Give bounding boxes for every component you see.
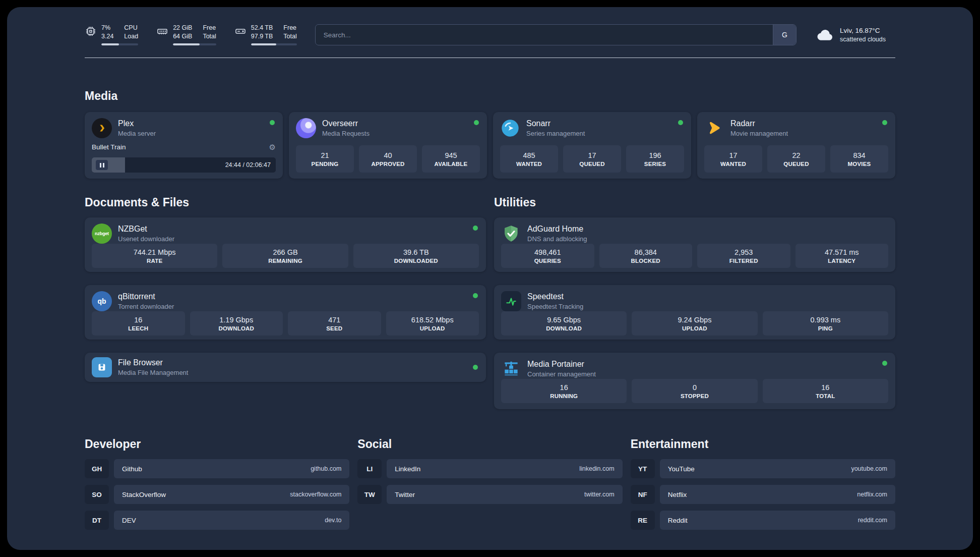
stat-label: DOWNLOADED xyxy=(356,258,476,264)
stat-value: 0 xyxy=(635,383,754,392)
stat-label: LEECH xyxy=(95,325,182,331)
disk-usage-bar xyxy=(251,43,297,45)
adguard-card[interactable]: AdGuard Home DNS and adblocking 498,461Q… xyxy=(494,217,895,272)
settings-gear-icon[interactable]: ⚙ xyxy=(269,143,276,151)
stat-tile: 86,384BLOCKED xyxy=(599,244,693,268)
stat-tile: 22QUEUED xyxy=(767,145,825,173)
stat-value: 21 xyxy=(299,151,351,159)
system-stats: 7% 3.24 CPU Load 22 GiB xyxy=(85,24,297,45)
app-subtitle: Speedtest Tracking xyxy=(527,303,583,310)
stat-value: 498,461 xyxy=(504,248,591,256)
stat-tile: 9.65 GbpsDOWNLOAD xyxy=(501,311,627,336)
search-engine-button[interactable]: G xyxy=(773,25,796,45)
stat-label: RUNNING xyxy=(504,393,624,399)
stat-label: WANTED xyxy=(707,161,759,167)
stat-tile: 17QUEUED xyxy=(563,145,621,173)
status-indicator xyxy=(270,120,275,125)
bookmark-url: netflix.com xyxy=(857,491,887,498)
sonarr-card[interactable]: Sonarr Series management 485WANTED 17QUE… xyxy=(493,112,691,179)
stat-tile: 21PENDING xyxy=(296,145,354,173)
section-title-social: Social xyxy=(357,437,622,451)
cloud-icon xyxy=(815,25,835,45)
radarr-card[interactable]: Radarr Movie management 17WANTED 22QUEUE… xyxy=(697,112,895,179)
stat-tile: 2,953FILTERED xyxy=(697,244,790,268)
stat-value: 17 xyxy=(566,151,618,159)
cpu-usage-bar xyxy=(101,43,138,45)
stat-tile: 17WANTED xyxy=(704,145,762,173)
stat-label: UPLOAD xyxy=(635,325,754,331)
stat-label: FILTERED xyxy=(700,258,787,264)
nzbget-icon: nzbget xyxy=(92,224,112,244)
adguard-icon xyxy=(501,224,521,244)
stat-label: QUEUED xyxy=(566,161,618,167)
stat-value: 834 xyxy=(833,151,885,159)
app-title: AdGuard Home xyxy=(527,225,587,234)
bookmark-url: twitter.com xyxy=(584,491,615,498)
app-subtitle: Media File Management xyxy=(118,369,188,376)
stat-label: STOPPED xyxy=(635,393,754,399)
bookmark-github[interactable]: GH Githubgithub.com xyxy=(85,459,349,478)
bookmark-youtube[interactable]: YT YouTubeyoutube.com xyxy=(631,459,895,478)
bookmark-abbr: TW xyxy=(357,485,382,504)
radarr-icon xyxy=(704,118,724,138)
qbittorrent-card[interactable]: qb qBittorrent Torrent downloader 16LEEC… xyxy=(85,285,486,340)
portainer-card[interactable]: Media Portainer Container management 16R… xyxy=(494,353,895,409)
bookmark-name: Reddit xyxy=(668,517,688,524)
bookmark-dev[interactable]: DT DEVdev.to xyxy=(85,511,349,530)
section-media: Media Plex Media server Bullet Train ⚙ xyxy=(85,89,895,179)
bookmark-url: reddit.com xyxy=(858,517,887,524)
search-bar: G xyxy=(315,24,797,45)
status-indicator xyxy=(882,361,887,366)
bookmark-abbr: RE xyxy=(631,511,655,530)
qbittorrent-icon-text: qb xyxy=(97,297,106,305)
stat-label: RATE xyxy=(95,258,214,264)
app-subtitle: Series management xyxy=(526,130,585,137)
bookmark-abbr: YT xyxy=(631,459,655,478)
app-title: File Browser xyxy=(118,358,188,367)
stat-value: 47.571 ms xyxy=(799,248,886,256)
overseerr-card[interactable]: Overseerr Media Requests 21PENDING 40APP… xyxy=(289,112,487,179)
stat-tile: 16LEECH xyxy=(92,311,185,336)
plex-card[interactable]: Plex Media server Bullet Train ⚙ 24:44 /… xyxy=(85,112,283,179)
playback-progress-bar[interactable]: 24:44 / 02:06:47 xyxy=(92,157,276,173)
stat-tile: 485WANTED xyxy=(500,145,558,173)
section-title-documents: Documents & Files xyxy=(85,196,486,209)
bookmark-linkedin[interactable]: LI LinkedInlinkedin.com xyxy=(357,459,622,478)
bookmark-name: DEV xyxy=(122,517,136,524)
bookmark-reddit[interactable]: RE Redditreddit.com xyxy=(631,511,895,530)
stat-label: REMAINING xyxy=(225,258,345,264)
stat-label: QUERIES xyxy=(504,258,591,264)
plex-icon xyxy=(92,118,112,138)
stat-label: PING xyxy=(766,325,885,331)
app-subtitle: Movie management xyxy=(730,130,788,137)
weather-condition: scattered clouds xyxy=(840,36,886,43)
weather-location: Lviv, 16.87°C xyxy=(840,27,886,34)
bookmark-url: stackoverflow.com xyxy=(290,491,341,498)
nzbget-icon-text: nzbget xyxy=(95,231,109,236)
stat-value: 22 xyxy=(770,151,822,159)
filebrowser-card[interactable]: File Browser Media File Management xyxy=(85,353,486,382)
app-subtitle: Torrent downloader xyxy=(118,303,174,310)
overseerr-icon xyxy=(296,118,316,138)
disk-icon xyxy=(234,25,247,37)
bookmark-netflix[interactable]: NF Netflixnetflix.com xyxy=(631,485,895,504)
pause-button[interactable] xyxy=(96,160,108,170)
stat-tile: 945AVAILABLE xyxy=(422,145,480,173)
nzbget-card[interactable]: nzbget NZBGet Usenet downloader 744.21 M… xyxy=(85,217,486,272)
bookmark-twitter[interactable]: TW Twittertwitter.com xyxy=(357,485,622,504)
search-input[interactable] xyxy=(316,25,773,45)
disk-total-label: Total xyxy=(283,33,296,40)
section-developer: Developer GH Githubgithub.com SO StackOv… xyxy=(85,437,349,536)
stat-tile: 39.6 TBDOWNLOADED xyxy=(353,244,479,268)
bookmark-stackoverflow[interactable]: SO StackOverflowstackoverflow.com xyxy=(85,485,349,504)
stat-label: DOWNLOAD xyxy=(193,325,280,331)
stat-label: QUEUED xyxy=(770,161,822,167)
bookmark-url: linkedin.com xyxy=(579,465,614,472)
stat-value: 266 GB xyxy=(225,248,345,256)
bookmark-name: Github xyxy=(122,465,142,473)
bookmark-name: LinkedIn xyxy=(395,465,420,473)
weather-widget: Lviv, 16.87°C scattered clouds xyxy=(815,25,895,45)
section-documents: Documents & Files nzbget NZBGet Usenet d… xyxy=(85,196,486,382)
speedtest-card[interactable]: Speedtest Speedtest Tracking 9.65 GbpsDO… xyxy=(494,285,895,340)
stat-value: 0.993 ms xyxy=(766,316,885,324)
